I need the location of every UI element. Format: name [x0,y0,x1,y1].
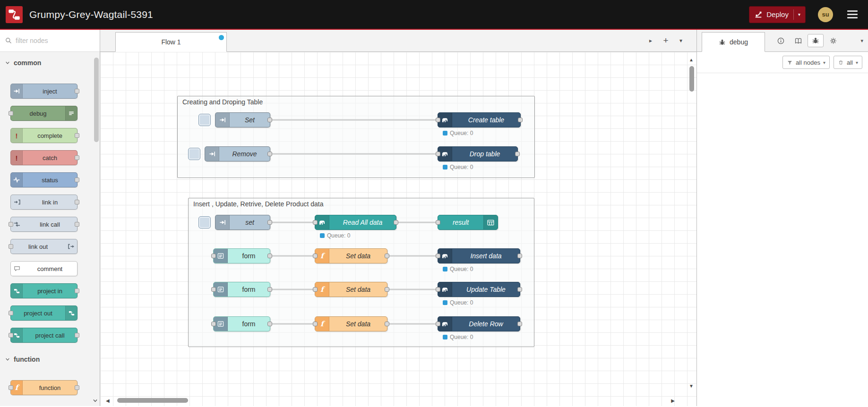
inject-icon [11,84,23,98]
node-red-mini-logo-icon [11,284,23,298]
output-port[interactable] [267,118,272,122]
input-port[interactable] [436,254,440,258]
palette-node-project-call[interactable]: project call [10,328,77,343]
group-creating-dropping-table[interactable]: Creating and Droping Table [177,96,535,178]
sidebar-menu-caret-icon[interactable]: ▾ [860,38,863,44]
palette-category-label: common [14,59,41,67]
node-set-data-3[interactable]: f Set data [315,316,387,331]
debug-messages [697,73,868,406]
output-port[interactable] [394,220,398,225]
output-port[interactable] [517,322,522,326]
palette-node-catch[interactable]: ! catch [10,150,77,165]
node-set-data-1[interactable]: f Set data [315,248,387,263]
node-form-2[interactable]: form [213,282,270,297]
node-delete-row[interactable]: Delete Row [438,316,520,331]
output-port[interactable] [385,254,389,258]
node-update-table[interactable]: Update Table [438,282,520,297]
palette-category-function[interactable]: function [0,351,100,367]
caret-down-icon: ▾ [823,60,825,65]
palette-node-project-out[interactable]: project out [10,305,77,321]
node-set-inject[interactable]: Set [215,112,270,127]
input-port[interactable] [313,254,318,258]
output-port[interactable] [267,220,272,225]
palette-node-inject[interactable]: inject [10,84,77,99]
input-port[interactable] [211,254,216,258]
help-book-icon-button[interactable] [790,34,806,47]
palette-node-project-in[interactable]: project in [10,283,77,298]
input-port[interactable] [436,152,440,156]
debug-clear-button[interactable]: all ▾ [834,56,862,69]
output-port[interactable] [267,287,272,292]
palette-node-function[interactable]: f function [10,380,77,395]
node-set-data-2[interactable]: f Set data [315,282,387,297]
scroll-left-icon[interactable]: ◀ [106,399,110,403]
inject-button[interactable] [198,114,211,126]
add-flow-button[interactable]: + [661,35,671,46]
node-remove-inject[interactable]: Remove [205,146,270,161]
palette-node-comment[interactable]: comment [10,261,77,276]
output-port[interactable] [518,118,523,122]
palette-scrollbar-thumb[interactable] [94,58,99,142]
output-port[interactable] [267,152,272,156]
tab-debug[interactable]: debug [702,32,765,52]
pulse-icon [11,173,23,187]
node-create-table[interactable]: Create table [438,112,521,127]
input-port[interactable] [313,287,318,292]
node-read-all-data[interactable]: Read All data [315,215,396,230]
debug-filter-button[interactable]: all nodes ▾ [782,56,830,69]
input-port[interactable] [436,322,440,326]
palette-node-debug[interactable]: debug [10,106,77,121]
palette-node-complete[interactable]: ! complete [10,128,77,143]
config-gear-icon-button[interactable] [825,34,841,47]
vertical-scrollbar-thumb[interactable] [689,66,694,92]
horizontal-scrollbar-thumb[interactable] [117,398,188,403]
node-drop-table[interactable]: Drop table [438,146,518,161]
next-tab-button[interactable]: ▸ [645,35,656,46]
node-set-inject-2[interactable]: set [215,215,270,230]
output-port[interactable] [385,287,389,292]
palette-node-link-out[interactable]: link out [10,239,77,254]
inject-button[interactable] [188,148,200,160]
main-menu-icon[interactable] [845,8,859,20]
output-port[interactable] [267,322,272,326]
flow-list-button[interactable]: ▾ [676,35,686,46]
input-port[interactable] [436,118,440,122]
input-port[interactable] [211,287,216,292]
scroll-right-icon[interactable]: ▶ [671,399,675,403]
node-form-1[interactable]: form [213,248,270,263]
palette-category-common[interactable]: common [0,55,100,70]
palette-scroll-down-icon[interactable] [92,398,98,404]
inject-button[interactable] [198,216,211,229]
user-avatar[interactable]: su [818,7,833,22]
palette-node-link-call[interactable]: link call [10,217,77,232]
node-form-3[interactable]: form [213,316,270,331]
palette-node-link-in[interactable]: link in [10,195,77,210]
output-port[interactable] [267,254,272,258]
input-port [9,111,13,116]
input-port[interactable] [313,322,318,326]
input-port[interactable] [436,287,440,292]
palette-search [0,30,100,52]
debug-icon-button[interactable] [808,34,824,47]
bug-icon [719,39,726,46]
output-port[interactable] [517,254,522,258]
scroll-up-icon[interactable]: ▲ [689,58,694,62]
tab-flow1[interactable]: Flow 1 [115,32,227,52]
output-port[interactable] [385,322,389,326]
palette-node-status[interactable]: status [10,172,77,187]
palette-search-input[interactable] [16,37,100,44]
deploy-options-caret-icon[interactable]: ▾ [798,12,800,17]
modified-indicator [219,35,224,40]
input-port[interactable] [211,322,216,326]
flow-canvas[interactable]: Creating and Droping Table Insert , Upda… [100,52,696,406]
info-icon-button[interactable] [773,34,789,47]
input-port[interactable] [436,220,440,225]
node-result-table[interactable]: result [438,215,498,230]
input-port[interactable] [313,220,318,225]
node-insert-data[interactable]: Insert data [438,248,520,263]
deploy-button[interactable]: Deploy ▾ [749,6,806,23]
scroll-down-icon[interactable]: ▼ [689,384,694,389]
output-port [75,155,79,160]
output-port[interactable] [517,287,522,292]
output-port[interactable] [515,152,520,156]
